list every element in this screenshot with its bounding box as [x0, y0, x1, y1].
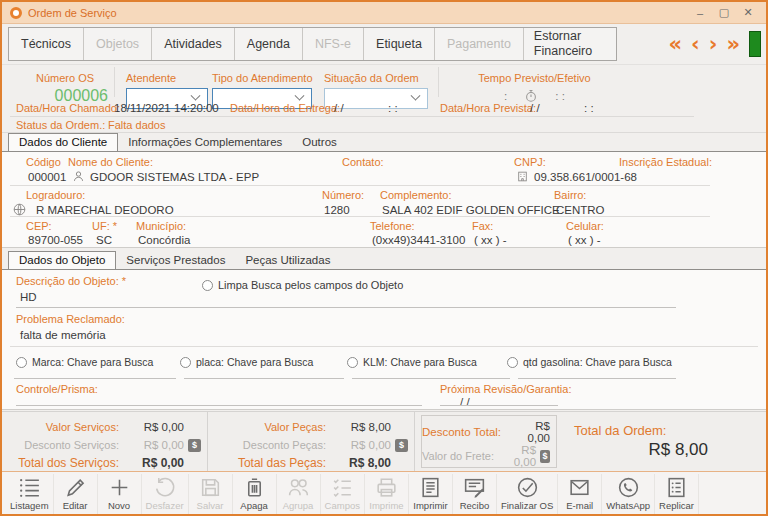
close-button[interactable]: ✕	[738, 5, 758, 21]
whatsapp-button[interactable]: WhatsApp	[602, 474, 655, 514]
frete-money-button[interactable]: $	[540, 450, 550, 463]
numero-value[interactable]: 1280	[324, 204, 350, 216]
atendente-label: Atendente	[126, 72, 176, 84]
divider	[10, 216, 710, 217]
logradouro-label: Logradouro:	[26, 189, 85, 201]
marca-radio[interactable]	[16, 357, 27, 368]
total-ordem-label: Total da Ordem:	[574, 423, 667, 438]
imprime-button: Imprime	[365, 474, 409, 514]
tab-etiqueta[interactable]: Etiqueta	[364, 28, 435, 60]
desconto-servicos-money-button[interactable]: $	[188, 439, 201, 452]
apaga-button[interactable]: Apaga	[233, 474, 277, 514]
tab-servicos-prestados[interactable]: Serviços Prestados	[116, 252, 235, 269]
tab-dados-do-cliente[interactable]: Dados do Cliente	[8, 133, 118, 152]
listagem-button[interactable]: Listagem	[6, 474, 54, 514]
checklist-icon	[330, 475, 355, 500]
limpa-busca-radio[interactable]	[202, 280, 213, 291]
cep-value[interactable]: 89700-055	[28, 234, 83, 246]
valor-servicos-value: R$ 0,00	[129, 421, 184, 433]
celular-value[interactable]: ( xx ) -	[568, 234, 601, 246]
numero-label: Número:	[322, 189, 364, 201]
last-record-button[interactable]: »	[726, 34, 740, 55]
recibo-button[interactable]: Recibo	[453, 474, 497, 514]
agrupa-button: Agrupa	[277, 474, 321, 514]
hora-chamado-value[interactable]: 14:20:00	[174, 102, 219, 114]
window-title: Ordem de Serviço	[28, 7, 117, 19]
first-record-button[interactable]: «	[669, 34, 683, 55]
municipio-value[interactable]: Concórdia	[138, 234, 190, 246]
desconto-pecas-money-button[interactable]: $	[395, 439, 408, 452]
titlebar: Ordem de Serviço – ▢ ✕	[2, 2, 766, 24]
order-header: Número OS 000006 Atendente Tipo do Atend…	[2, 64, 766, 99]
tab-informacoes-complementares[interactable]: Informações Complementares	[118, 134, 292, 151]
marca-input[interactable]	[14, 378, 176, 379]
nome-cliente-value[interactable]: GDOOR SISTEMAS LTDA - EPP	[90, 171, 259, 183]
tab-dados-do-objeto[interactable]: Dados do Objeto	[8, 251, 116, 270]
codigo-value[interactable]: 000001	[28, 171, 66, 183]
data-prevista-value[interactable]: / /	[530, 102, 540, 114]
placa-radio[interactable]	[180, 357, 191, 368]
klm-radio[interactable]	[347, 357, 358, 368]
klm-input[interactable]	[352, 378, 510, 379]
fax-label: Fax:	[472, 220, 493, 232]
editar-button[interactable]: Editar	[54, 474, 98, 514]
desconto-frete-cell: Desconto Total: R$ 0,00 Valor do Frete: …	[421, 415, 557, 468]
tab-pecas-utilizadas[interactable]: Peças Utilizadas	[235, 252, 340, 269]
replicar-button[interactable]: Replicar	[655, 474, 699, 514]
total-servicos-label: Total dos Serviços:	[18, 456, 119, 470]
hora-prevista-value[interactable]: : :	[584, 102, 594, 114]
client-person-icon[interactable]	[72, 170, 85, 183]
proxima-revisao-value[interactable]: / /	[460, 396, 470, 408]
tab-tecnicos[interactable]: Técnicos	[9, 28, 84, 60]
telefone-label: Telefone:	[370, 220, 415, 232]
object-panel: Dados do Objeto Serviços Prestados Peças…	[2, 251, 766, 410]
data-chamado-value[interactable]: 18/11/2021	[114, 102, 171, 114]
next-record-button[interactable]: ›	[709, 34, 718, 55]
tab-atividades[interactable]: Atividades	[152, 28, 235, 60]
cep-label: CEP:	[26, 220, 52, 232]
cnpj-lookup-icon[interactable]	[516, 170, 529, 183]
divider	[10, 185, 710, 186]
servicos-totals-cell: Valor Serviços: R$ 0,00 Desconto Serviço…	[2, 412, 208, 471]
novo-button[interactable]: Novo	[98, 474, 142, 514]
descricao-objeto-value[interactable]: HD	[20, 291, 37, 303]
list-icon	[17, 475, 42, 500]
telefone-value[interactable]: (0xx49)3441-3100	[372, 234, 465, 246]
total-pecas-value: R$ 8,00	[336, 456, 391, 470]
trash-icon	[242, 475, 267, 500]
salvar-button: Salvar	[189, 474, 233, 514]
placa-input[interactable]	[184, 378, 344, 379]
maximize-button[interactable]: ▢	[714, 5, 734, 21]
imprimir-button[interactable]: Imprimir	[409, 474, 453, 514]
envelope-icon	[567, 475, 592, 500]
bairro-value[interactable]: CENTRO	[556, 204, 605, 216]
app-logo-icon	[10, 7, 22, 19]
proxima-revisao-input[interactable]	[440, 405, 558, 406]
floppy-disk-icon	[198, 475, 223, 500]
qtd-gasolina-radio[interactable]	[507, 357, 518, 368]
uf-value[interactable]: SC	[96, 234, 112, 246]
fax-value[interactable]: ( xx ) -	[474, 234, 507, 246]
globe-icon[interactable]	[12, 202, 27, 217]
complemento-label: Complemento:	[380, 189, 452, 201]
complemento-value[interactable]: SALA 402 EDIF GOLDEN OFFICE	[382, 204, 560, 216]
email-button[interactable]: E-mail	[558, 474, 602, 514]
uf-label: UF: *	[92, 220, 117, 232]
tab-agenda[interactable]: Agenda	[235, 28, 303, 60]
qtd-gasolina-input[interactable]	[518, 378, 676, 379]
finalizar-os-button[interactable]: Finalizar OS	[497, 474, 558, 514]
problema-reclamado-value[interactable]: falta de memória	[20, 329, 106, 341]
controle-prisma-input[interactable]	[16, 405, 422, 406]
hora-entrega-value[interactable]: : :	[388, 102, 398, 114]
cnpj-value[interactable]: 09.358.661/0001-68	[534, 171, 637, 183]
tab-outros[interactable]: Outros	[292, 134, 347, 151]
bairro-label: Bairro:	[554, 189, 586, 201]
minimize-button[interactable]: –	[690, 5, 710, 21]
data-entrega-value[interactable]: / /	[334, 102, 344, 114]
previous-record-button[interactable]: ‹	[691, 34, 700, 55]
ordem-de-servico-window: Ordem de Serviço – ▢ ✕ Técnicos Objetos …	[0, 0, 768, 516]
tab-estornar-financeiro[interactable]: Estornar Financeiro	[524, 28, 616, 60]
logradouro-value[interactable]: R MARECHAL DEODORO	[36, 204, 174, 216]
tab-pagamento: Pagamento	[435, 28, 524, 60]
divider	[438, 67, 439, 97]
